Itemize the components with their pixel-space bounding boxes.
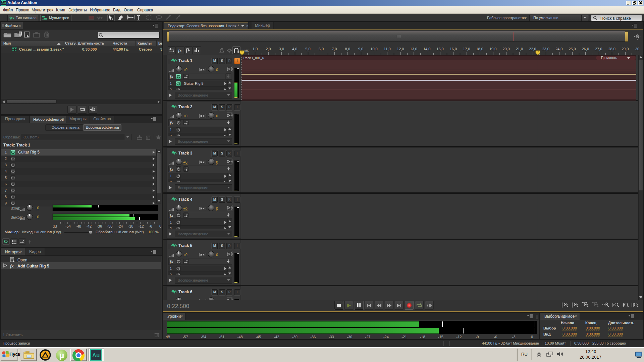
svg-text:Au: Au (92, 352, 100, 359)
svg-text:µ: µ (59, 350, 64, 360)
